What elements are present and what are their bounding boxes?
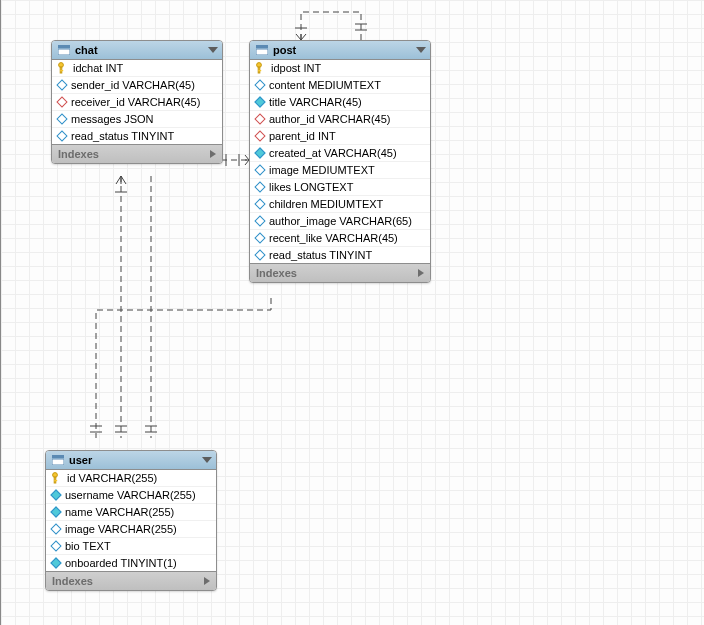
column-row[interactable]: read_status TINYINT (250, 247, 430, 263)
key-icon (256, 62, 266, 74)
chevron-down-icon[interactable] (416, 47, 426, 53)
column-row[interactable]: created_at VARCHAR(45) (250, 145, 430, 162)
chevron-right-icon (204, 577, 210, 585)
column-row[interactable]: title VARCHAR(45) (250, 94, 430, 111)
table-icon (58, 45, 70, 55)
nullable-diamond-icon (254, 181, 265, 192)
column-list: idchat INTsender_id VARCHAR(45)receiver_… (52, 60, 222, 144)
column-row[interactable]: id VARCHAR(255) (46, 470, 216, 487)
column-label: children MEDIUMTEXT (269, 198, 383, 210)
column-label: read_status TINYINT (71, 130, 174, 142)
nullable-diamond-icon (254, 249, 265, 260)
column-label: id VARCHAR(255) (67, 472, 157, 484)
svg-rect-25 (60, 70, 63, 71)
column-row[interactable]: image MEDIUMTEXT (250, 162, 430, 179)
nullable-diamond-icon (50, 523, 61, 534)
chevron-down-icon[interactable] (202, 457, 212, 463)
erd-canvas[interactable]: chat idchat INTsender_id VARCHAR(45)rece… (0, 0, 704, 625)
indexes-section[interactable]: Indexes (250, 263, 430, 282)
column-row[interactable]: recent_like VARCHAR(45) (250, 230, 430, 247)
fk-diamond-icon (254, 113, 265, 124)
column-label: sender_id VARCHAR(45) (71, 79, 195, 91)
entity-post[interactable]: post idpost INTcontent MEDIUMTEXTtitle V… (249, 40, 431, 283)
column-label: created_at VARCHAR(45) (269, 147, 397, 159)
column-row[interactable]: image VARCHAR(255) (46, 521, 216, 538)
column-label: likes LONGTEXT (269, 181, 353, 193)
column-row[interactable]: receiver_id VARCHAR(45) (52, 94, 222, 111)
notnull-diamond-icon (50, 557, 61, 568)
fk-diamond-icon (254, 130, 265, 141)
nullable-diamond-icon (254, 79, 265, 90)
indexes-section[interactable]: Indexes (52, 144, 222, 163)
column-row[interactable]: idchat INT (52, 60, 222, 77)
entity-user[interactable]: user id VARCHAR(255)username VARCHAR(255… (45, 450, 217, 591)
column-list: idpost INTcontent MEDIUMTEXTtitle VARCHA… (250, 60, 430, 263)
entity-chat[interactable]: chat idchat INTsender_id VARCHAR(45)rece… (51, 40, 223, 164)
notnull-diamond-icon (254, 96, 265, 107)
notnull-diamond-icon (50, 506, 61, 517)
svg-rect-35 (54, 480, 57, 481)
column-row[interactable]: author_id VARCHAR(45) (250, 111, 430, 128)
fk-diamond-icon (56, 96, 67, 107)
column-label: onboarded TINYINT(1) (65, 557, 177, 569)
entity-header[interactable]: chat (52, 41, 222, 60)
entity-header[interactable]: post (250, 41, 430, 60)
column-label: recent_like VARCHAR(45) (269, 232, 398, 244)
svg-rect-22 (58, 49, 70, 55)
column-label: parent_id INT (269, 130, 336, 142)
column-row[interactable]: messages JSON (52, 111, 222, 128)
svg-line-12 (116, 176, 121, 184)
column-label: receiver_id VARCHAR(45) (71, 96, 200, 108)
entity-title: post (273, 44, 413, 56)
column-row[interactable]: parent_id INT (250, 128, 430, 145)
notnull-diamond-icon (254, 147, 265, 158)
nullable-diamond-icon (254, 198, 265, 209)
column-label: image VARCHAR(255) (65, 523, 177, 535)
indexes-label: Indexes (58, 148, 99, 160)
svg-rect-32 (52, 459, 64, 465)
table-icon (256, 45, 268, 55)
nullable-diamond-icon (56, 113, 67, 124)
column-label: bio TEXT (65, 540, 111, 552)
column-row[interactable]: read_status TINYINT (52, 128, 222, 144)
column-row[interactable]: name VARCHAR(255) (46, 504, 216, 521)
chevron-right-icon (210, 150, 216, 158)
column-row[interactable]: idpost INT (250, 60, 430, 77)
column-row[interactable]: likes LONGTEXT (250, 179, 430, 196)
column-row[interactable]: content MEDIUMTEXT (250, 77, 430, 94)
column-label: name VARCHAR(255) (65, 506, 174, 518)
entity-header[interactable]: user (46, 451, 216, 470)
column-row[interactable]: sender_id VARCHAR(45) (52, 77, 222, 94)
nullable-diamond-icon (56, 79, 67, 90)
svg-line-13 (121, 176, 126, 184)
column-label: content MEDIUMTEXT (269, 79, 381, 91)
entity-title: user (69, 454, 199, 466)
nullable-diamond-icon (254, 232, 265, 243)
column-label: idchat INT (73, 62, 123, 74)
chevron-right-icon (418, 269, 424, 277)
column-label: messages JSON (71, 113, 154, 125)
column-row[interactable]: children MEDIUMTEXT (250, 196, 430, 213)
svg-rect-31 (52, 455, 64, 458)
indexes-section[interactable]: Indexes (46, 571, 216, 590)
chevron-down-icon[interactable] (208, 47, 218, 53)
svg-rect-21 (58, 45, 70, 48)
key-icon (58, 62, 68, 74)
nullable-diamond-icon (254, 164, 265, 175)
column-label: image MEDIUMTEXT (269, 164, 375, 176)
nullable-diamond-icon (56, 130, 67, 141)
svg-rect-26 (256, 45, 268, 48)
column-label: idpost INT (271, 62, 321, 74)
column-row[interactable]: onboarded TINYINT(1) (46, 555, 216, 571)
notnull-diamond-icon (50, 489, 61, 500)
nullable-diamond-icon (254, 215, 265, 226)
indexes-label: Indexes (256, 267, 297, 279)
column-list: id VARCHAR(255)username VARCHAR(255)name… (46, 470, 216, 571)
column-label: author_id VARCHAR(45) (269, 113, 390, 125)
entity-title: chat (75, 44, 205, 56)
column-row[interactable]: bio TEXT (46, 538, 216, 555)
column-label: read_status TINYINT (269, 249, 372, 261)
column-row[interactable]: username VARCHAR(255) (46, 487, 216, 504)
column-row[interactable]: author_image VARCHAR(65) (250, 213, 430, 230)
svg-rect-30 (258, 70, 261, 71)
